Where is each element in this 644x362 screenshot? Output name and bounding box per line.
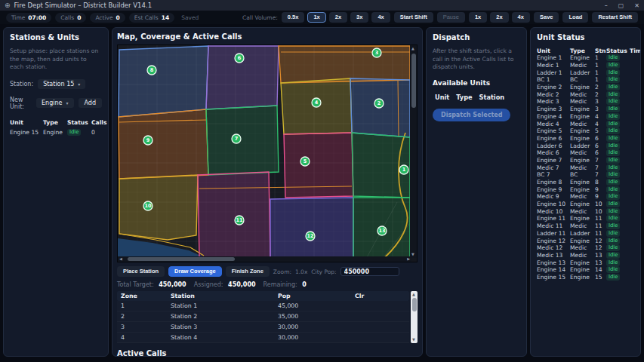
station-select[interactable]: Station 15 ▾ bbox=[38, 79, 85, 89]
coverage-zone[interactable] bbox=[279, 46, 410, 83]
station-marker[interactable]: 10 bbox=[143, 201, 153, 210]
scroll-left-icon[interactable]: ◀ bbox=[119, 257, 122, 261]
start-shift-button[interactable]: Start Shift bbox=[394, 12, 433, 23]
call-volume-option[interactable]: 3x bbox=[350, 12, 368, 23]
unit-status-row[interactable]: Engine 12 Engine 12 Idle bbox=[537, 237, 634, 244]
minimize-button[interactable]: – bbox=[605, 2, 608, 9]
scroll-down-icon[interactable]: ▼ bbox=[412, 338, 415, 342]
pause-button[interactable]: Pause bbox=[437, 12, 465, 23]
map-canvas[interactable]: 86342975110111213 bbox=[118, 45, 411, 258]
horizontal-scroll-thumb[interactable] bbox=[128, 257, 235, 261]
call-volume-option[interactable]: 1x bbox=[307, 12, 325, 23]
unit-status-row[interactable]: Engine 7 Engine 7 Idle bbox=[537, 157, 634, 164]
unit-status-row[interactable]: Ladder 6 Ladder 6 Idle bbox=[537, 142, 634, 149]
unit-status-row[interactable]: Engine 11 Engine 11 Idle bbox=[537, 215, 634, 222]
unit-status-row[interactable]: Engine 4 Engine 4 Idle bbox=[537, 113, 634, 121]
unit-status-row[interactable]: BC 7 BC 7 Idle bbox=[537, 171, 634, 179]
unit-status-row[interactable]: Engine 2 Engine 2 Idle bbox=[537, 84, 634, 91]
unit-status-row[interactable]: BC 1 BC 1 Idle bbox=[537, 76, 634, 84]
unit-status-row[interactable]: Medic 3 Medic 3 Idle bbox=[537, 98, 634, 106]
coverage-zone[interactable] bbox=[206, 106, 279, 175]
scroll-up-icon[interactable]: ▲ bbox=[412, 293, 415, 296]
station-marker[interactable]: 2 bbox=[374, 99, 384, 108]
unit-status-row[interactable]: Medic 10 Medic 10 Idle bbox=[537, 207, 634, 215]
zone-scroll-thumb[interactable] bbox=[412, 298, 417, 311]
unit-station: 14 bbox=[595, 266, 606, 273]
unit-status-row[interactable]: Medic 6 Medic 6 Idle bbox=[537, 149, 634, 157]
station-marker[interactable]: 11 bbox=[235, 216, 244, 225]
unit-status-row[interactable]: Medic 9 Medic 9 Idle bbox=[537, 193, 634, 201]
unit-status-row[interactable]: Engine 5 Engine 5 Idle bbox=[537, 127, 634, 135]
zone-row[interactable]: 1 Station 1 45,000 bbox=[117, 301, 409, 311]
load-button[interactable]: Load bbox=[562, 12, 588, 23]
coverage-zone[interactable] bbox=[119, 175, 198, 240]
maximize-button[interactable]: ▢ bbox=[618, 2, 624, 9]
call-volume-option[interactable]: 0.5x bbox=[282, 12, 305, 23]
add-unit-button[interactable]: Add bbox=[79, 98, 103, 108]
restart-shift-button[interactable]: Restart Shift bbox=[592, 12, 638, 23]
map-vertical-scrollbar[interactable]: ▲ ▼ bbox=[410, 45, 417, 258]
unit-status-row[interactable]: Engine 15 Engine 15 Idle bbox=[537, 274, 634, 281]
unit-status-row[interactable]: Medic 13 Medic 13 Idle bbox=[537, 252, 634, 259]
station-unit-row[interactable]: Engine 15 Engine Idle 0 bbox=[10, 129, 102, 136]
coverage-zone[interactable] bbox=[198, 172, 270, 257]
coverage-zone[interactable] bbox=[352, 133, 410, 198]
scroll-right-icon[interactable]: ▶ bbox=[407, 257, 410, 261]
coverage-zone[interactable] bbox=[119, 46, 208, 117]
unit-status-row[interactable]: Medic 12 Medic 12 Idle bbox=[537, 244, 634, 252]
save-button[interactable]: Save bbox=[534, 12, 559, 23]
draw-coverage-button[interactable]: Draw Coverage bbox=[168, 266, 222, 277]
station-marker[interactable]: 6 bbox=[235, 54, 244, 63]
unit-status-row[interactable]: Engine 10 Engine 10 Idle bbox=[537, 201, 634, 208]
unit-status-row[interactable]: Engine 6 Engine 6 Idle bbox=[537, 135, 634, 143]
station-marker[interactable]: 8 bbox=[147, 66, 156, 75]
place-station-button[interactable]: Place Station bbox=[117, 266, 165, 277]
station-marker[interactable]: 7 bbox=[232, 134, 241, 143]
speed-option[interactable]: 2x bbox=[490, 12, 508, 23]
unit-status-row[interactable]: Engine 8 Engine 8 Idle bbox=[537, 179, 634, 186]
unit-status-row[interactable]: Ladder 1 Ladder 1 Idle bbox=[537, 69, 634, 76]
scroll-down-icon[interactable]: ▼ bbox=[411, 253, 414, 256]
station-marker[interactable]: 1 bbox=[399, 165, 408, 174]
station-marker[interactable]: 3 bbox=[372, 48, 381, 57]
unit-status-row[interactable]: Engine 14 Engine 14 Idle bbox=[537, 266, 634, 274]
unit-status-row[interactable]: Engine 13 Engine 13 Idle bbox=[537, 259, 634, 266]
station-marker[interactable]: 9 bbox=[143, 136, 153, 145]
finish-zone-button[interactable]: Finish Zone bbox=[226, 266, 270, 277]
zone-row[interactable]: 4 Station 4 30,000 bbox=[117, 333, 409, 343]
unit-station: 2 bbox=[595, 91, 606, 98]
city-map[interactable]: 86342975110111213 ▲ ▼ ◀ ▶ bbox=[117, 44, 418, 262]
unit-status-row[interactable]: Medic 2 Medic 2 Idle bbox=[537, 90, 634, 98]
station-marker[interactable]: 5 bbox=[300, 157, 310, 166]
station-marker-number: 10 bbox=[144, 203, 152, 209]
zone-row[interactable]: 3 Station 3 30,000 bbox=[117, 322, 409, 333]
coverage-zone[interactable] bbox=[270, 198, 353, 257]
speed-option[interactable]: 1x bbox=[469, 12, 487, 23]
station-marker[interactable]: 4 bbox=[312, 98, 321, 107]
zone-table-scrollbar[interactable]: ▲ ▼ bbox=[411, 291, 418, 343]
scroll-up-icon[interactable]: ▲ bbox=[411, 47, 414, 51]
unit-status-row[interactable]: Medic 4 Medic 4 Idle bbox=[537, 120, 634, 127]
unit-status-row[interactable]: Engine 3 Engine 3 Idle bbox=[537, 106, 634, 113]
unit-status-row[interactable]: Medic 7 Medic 7 Idle bbox=[537, 164, 634, 171]
new-unit-select[interactable]: Engine ▾ bbox=[36, 98, 73, 108]
dispatch-selected-button[interactable]: Dispatch Selected bbox=[433, 109, 510, 121]
station-marker-number: 1 bbox=[402, 167, 406, 173]
call-volume-option[interactable]: 4x bbox=[371, 12, 390, 23]
unit-status-row[interactable]: Medic 1 Medic 1 Idle bbox=[537, 62, 634, 69]
vertical-scroll-thumb[interactable] bbox=[411, 54, 416, 108]
unit-status-row[interactable]: Engine 1 Engine 1 Idle bbox=[537, 54, 634, 62]
close-button[interactable]: ✕ bbox=[634, 2, 639, 9]
speed-option[interactable]: 4x bbox=[512, 12, 530, 23]
station-marker[interactable]: 12 bbox=[306, 232, 315, 241]
station-marker[interactable]: 13 bbox=[377, 226, 387, 235]
call-volume-option[interactable]: 2x bbox=[329, 12, 347, 23]
zone-row[interactable]: 2 Station 2 35,000 bbox=[117, 311, 409, 322]
map-horizontal-scrollbar[interactable]: ◀ ▶ bbox=[118, 256, 411, 262]
unit-status-row[interactable]: Engine 9 Engine 9 Idle bbox=[537, 186, 634, 193]
coverage-zone[interactable] bbox=[119, 109, 208, 179]
city-pop-input[interactable] bbox=[340, 267, 399, 276]
unit-status-row[interactable]: Medic 11 Medic 11 Idle bbox=[537, 222, 634, 230]
unit-station: 7 bbox=[595, 171, 606, 178]
unit-status-row[interactable]: Ladder 11 Ladder 11 Idle bbox=[537, 230, 634, 238]
